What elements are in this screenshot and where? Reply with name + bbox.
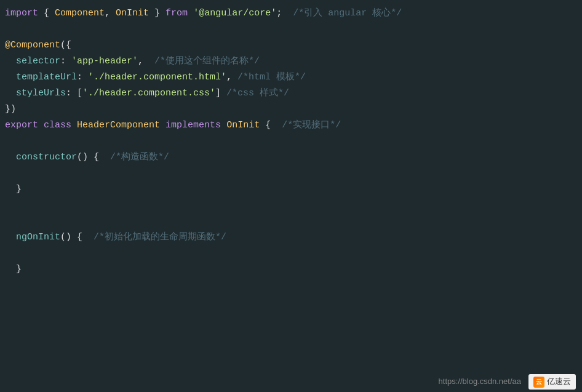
code-token: : (77, 70, 88, 85)
code-token: from (165, 6, 188, 21)
code-token: HeaderComponent (77, 118, 160, 133)
code-token: styleUrls (5, 86, 66, 101)
code-token: , (138, 54, 154, 69)
code-token: selector (5, 54, 60, 69)
code-token: ngOnInit (5, 230, 60, 245)
code-line (5, 166, 570, 182)
code-line: export class HeaderComponent implements … (5, 118, 570, 134)
code-line: styleUrls: ['./header.component.css'] /*… (5, 86, 570, 102)
code-token: /*构造函数*/ (110, 150, 169, 165)
code-token: /*初始化加载的生命周期函数*/ (94, 230, 226, 245)
code-token (71, 118, 77, 133)
code-token: /*html 模板*/ (232, 70, 306, 85)
code-token (160, 118, 165, 133)
logo-text: 亿速云 (547, 375, 571, 388)
code-editor: import { Component, OnInit } from '@angu… (0, 0, 582, 392)
code-line (5, 278, 570, 294)
code-token: import (5, 6, 38, 21)
code-token: /*实现接口*/ (282, 118, 341, 133)
code-token: , (226, 70, 232, 85)
code-token: ({ (60, 38, 71, 53)
code-token: () { (60, 230, 94, 245)
code-token: /*使用这个组件的名称*/ (154, 54, 260, 69)
code-token (221, 118, 226, 133)
code-token: templateUrl (5, 70, 77, 85)
code-token: OnInit (226, 118, 260, 133)
footer-bar: https://blog.csdn.net/aa 云 亿速云 (433, 372, 582, 392)
code-line (5, 214, 570, 230)
code-token: 'app-header' (71, 54, 138, 69)
code-block: import { Component, OnInit } from '@angu… (5, 6, 570, 294)
footer-url: https://blog.csdn.net/aa (439, 375, 521, 388)
code-token (38, 118, 44, 133)
code-token (282, 6, 293, 21)
code-token: export (5, 118, 38, 133)
logo-icon: 云 (533, 377, 544, 388)
code-token: @Component (5, 38, 60, 53)
code-line: } (5, 262, 570, 278)
code-token: { (38, 6, 55, 21)
code-token: /*css 样式*/ (221, 86, 289, 101)
code-token: class (44, 118, 71, 133)
code-token: './header.component.html' (88, 70, 226, 85)
code-token: constructor (5, 150, 77, 165)
code-token: : (60, 54, 71, 69)
code-line: ngOnInit() { /*初始化加载的生命周期函数*/ (5, 230, 570, 246)
code-token: /*引入 angular 核心*/ (293, 6, 402, 21)
code-token: ] (215, 86, 221, 101)
code-token: : [ (66, 86, 82, 101)
footer-logo: 云 亿速云 (528, 374, 576, 390)
code-token: Component (55, 6, 105, 21)
code-line: templateUrl: './header.component.html', … (5, 70, 570, 86)
code-token: , (105, 6, 116, 21)
code-token: { (260, 118, 282, 133)
code-line (5, 134, 570, 150)
code-token: }) (5, 102, 16, 117)
code-token: ; (276, 6, 282, 21)
code-line: }) (5, 102, 570, 118)
code-line (5, 246, 570, 262)
code-line: import { Component, OnInit } from '@angu… (5, 6, 570, 22)
code-line (5, 198, 570, 214)
code-line: } (5, 182, 570, 198)
code-token: '@angular/core' (193, 6, 276, 21)
code-token: } (5, 182, 22, 197)
code-line: selector: 'app-header', /*使用这个组件的名称*/ (5, 54, 570, 70)
code-token: OnInit (116, 6, 149, 21)
code-line: @Component({ (5, 38, 570, 54)
code-token: } (149, 6, 165, 21)
code-token: () { (77, 150, 110, 165)
code-token: implements (165, 118, 221, 133)
code-line (5, 22, 570, 38)
code-token (188, 6, 193, 21)
code-token: } (5, 262, 22, 277)
code-token: './header.component.css' (82, 86, 215, 101)
code-line: constructor() { /*构造函数*/ (5, 150, 570, 166)
